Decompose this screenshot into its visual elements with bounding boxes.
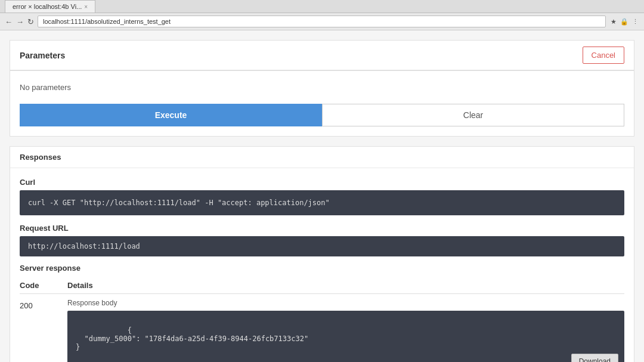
responses-body: Curl curl -X GET "http://localhost:1111/… xyxy=(10,168,634,362)
curl-label: Curl xyxy=(20,178,624,187)
address-input[interactable]: localhost:1111/absolutized_interns_test_… xyxy=(38,16,606,27)
execute-clear-buttons: Execute Clear xyxy=(20,104,624,126)
parameters-header: Parameters Cancel xyxy=(10,40,634,70)
server-response-label: Server response xyxy=(20,264,624,273)
clear-button[interactable]: Clear xyxy=(322,104,624,126)
response-body-block: { "dummy_5000": "178f4da6-a25d-4f39-8944… xyxy=(67,311,624,362)
browser-action-buttons: ★ 🔒 ⋮ xyxy=(609,17,639,26)
parameters-body: No parameters Execute Clear xyxy=(10,71,634,136)
reload-icon[interactable]: ↻ xyxy=(27,17,34,26)
bookmark-icon[interactable]: ★ xyxy=(609,17,618,26)
lock-icon: 🔒 xyxy=(620,17,628,26)
code-column-header: Code xyxy=(20,281,67,290)
details-column-header: Details xyxy=(67,281,624,290)
responses-title: Responses xyxy=(20,153,61,162)
page-container: Parameters Cancel No parameters Execute … xyxy=(0,30,644,362)
cancel-button[interactable]: Cancel xyxy=(583,47,624,64)
browser-tab-bar: error × localhost:4b Vi... × xyxy=(0,0,644,13)
parameters-section: No parameters Execute Clear xyxy=(10,70,634,137)
download-button[interactable]: Download xyxy=(571,354,618,362)
menu-icon[interactable]: ⋮ xyxy=(631,17,639,26)
browser-tab[interactable]: error × localhost:4b Vi... × xyxy=(5,0,95,13)
parameters-title: Parameters xyxy=(20,51,65,60)
browser-address-bar: ← → ↻ localhost:1111/absolutized_interns… xyxy=(0,13,644,30)
request-url-label: Request URL xyxy=(20,224,624,233)
back-icon[interactable]: ← xyxy=(5,17,13,26)
request-url-block: http://localhost:1111/load xyxy=(20,236,624,256)
server-response-table-header: Code Details xyxy=(20,277,624,294)
curl-code-block: curl -X GET "http://localhost:1111/load"… xyxy=(20,190,624,215)
execute-button[interactable]: Execute xyxy=(20,104,322,126)
responses-header: Responses xyxy=(10,147,634,168)
response-table-row: 200 Response body { "dummy_5000": "178f4… xyxy=(20,294,624,362)
forward-icon[interactable]: → xyxy=(16,17,24,26)
tab-title: error × localhost:4b Vi... xyxy=(13,3,82,10)
no-parameters-text: No parameters xyxy=(20,81,624,99)
response-details-col: Response body { "dummy_5000": "178f4da6-… xyxy=(67,299,624,362)
responses-outer-section: Responses Curl curl -X GET "http://local… xyxy=(10,146,634,362)
response-body-content: { "dummy_5000": "178f4da6-a25d-4f39-8944… xyxy=(76,326,308,351)
response-body-label: Response body xyxy=(67,299,624,307)
response-code-value: 200 xyxy=(20,299,67,310)
tab-close-icon[interactable]: × xyxy=(84,4,88,10)
